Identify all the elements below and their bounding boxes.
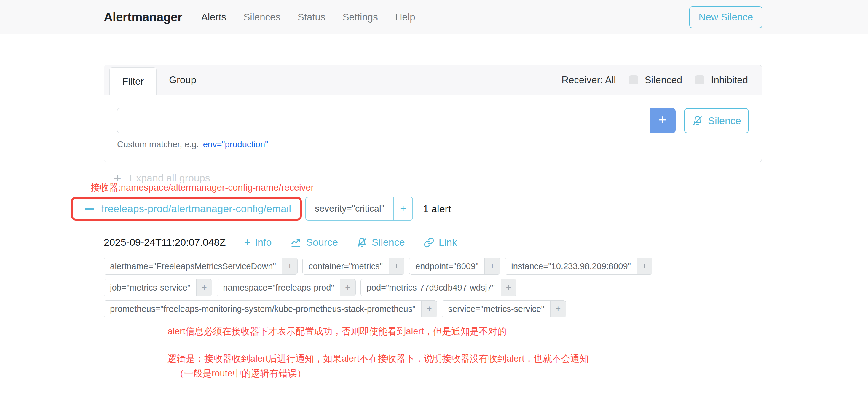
label-text: alertname="FreeleapsMetricsServiceDown"	[104, 258, 282, 275]
add-label-filter-button[interactable]: +	[421, 301, 437, 317]
add-label-filter-button[interactable]: +	[282, 258, 297, 275]
add-label-filter-button[interactable]: +	[550, 301, 566, 317]
alert-label-chip: job="metrics-service" +	[104, 279, 212, 296]
silence-filter-button[interactable]: Silence	[684, 108, 748, 133]
new-silence-button[interactable]: New Silence	[689, 6, 763, 28]
alert-label-chip: pod="metrics-77d9cdb497-wdsj7" +	[361, 279, 517, 296]
plus-icon: +	[244, 236, 250, 249]
group-matcher-chip: severity="critical" +	[305, 197, 413, 220]
silence-label: Silence	[372, 237, 405, 248]
matcher-input[interactable]	[117, 108, 650, 133]
filter-panel-body: + Silence Custom matcher, e.g. env="prod…	[104, 95, 762, 162]
silenced-label: Silenced	[645, 74, 682, 86]
tab-group[interactable]: Group	[157, 65, 209, 95]
alert-label-chip: endpoint="8009" +	[409, 257, 500, 275]
receiver-group-link[interactable]: freeleaps-prod/alertmanager-config/email	[101, 203, 291, 215]
plus-icon: +	[114, 174, 121, 183]
label-text: prometheus="freeleaps-monitoring-system/…	[104, 301, 421, 317]
inhibited-toggle[interactable]: Inhibited	[695, 74, 748, 86]
label-text: service="metrics-service"	[442, 301, 550, 317]
add-label-filter-button[interactable]: +	[485, 258, 500, 275]
filter-panel: Filter Group Receiver: All Silenced Inhi…	[104, 65, 762, 162]
label-text: instance="10.233.98.209:8009"	[505, 258, 637, 275]
alert-info-link[interactable]: + Info	[244, 236, 272, 249]
bell-slash-icon	[356, 237, 368, 248]
alert-label-chip: alertname="FreeleapsMetricsServiceDown" …	[104, 257, 298, 275]
alert-timestamp: 2025-09-24T11:20:07.048Z	[104, 237, 226, 248]
bell-slash-icon	[692, 115, 703, 126]
receiver-filter[interactable]: Receiver: All	[561, 74, 616, 86]
app-brand[interactable]: Alertmanager	[104, 10, 182, 24]
label-text: pod="metrics-77d9cdb497-wdsj7"	[361, 279, 501, 296]
annotation-receiver-note: 接收器:namespace/altermanager-config-name/r…	[91, 181, 868, 194]
alert-labels: alertname="FreeleapsMetricsServiceDown" …	[104, 257, 667, 317]
add-group-matcher-button[interactable]: +	[393, 197, 412, 220]
alert-item: 2025-09-24T11:20:07.048Z + Info Source	[104, 236, 868, 380]
alert-meta-row: 2025-09-24T11:20:07.048Z + Info Source	[104, 236, 868, 249]
inhibited-checkbox[interactable]	[695, 75, 704, 85]
collapse-minus-icon	[85, 208, 94, 210]
hint-text: Custom matcher, e.g.	[117, 140, 199, 149]
alert-label-chip: namespace="freeleaps-prod" +	[217, 279, 355, 296]
annotation-note-2: 逻辑是：接收器收到alert后进行通知，如果alert不在接收器下，说明接收器没…	[167, 352, 868, 365]
nav-item-help[interactable]: Help	[395, 11, 415, 23]
add-label-filter-button[interactable]: +	[637, 258, 652, 275]
matcher-row: + Silence	[117, 108, 748, 133]
alert-source-link[interactable]: Source	[290, 237, 338, 248]
annotation-note-1: alert信息必须在接收器下才表示配置成功，否则即使能看到alert，但是通知是…	[167, 325, 868, 338]
annotation-highlight-box: freeleaps-prod/alertmanager-config/email	[71, 197, 302, 220]
matcher-hint: Custom matcher, e.g. env="production"	[117, 140, 748, 149]
link-label: Link	[439, 237, 457, 248]
info-label: Info	[255, 237, 272, 248]
alert-count: 1 alert	[423, 203, 451, 215]
top-navbar: Alertmanager Alerts Silences Status Sett…	[0, 0, 868, 34]
add-label-filter-button[interactable]: +	[501, 279, 516, 296]
filter-panel-header: Filter Group Receiver: All Silenced Inhi…	[104, 65, 762, 95]
nav-item-settings[interactable]: Settings	[342, 11, 378, 23]
silence-filter-label: Silence	[708, 115, 741, 127]
add-label-filter-button[interactable]: +	[196, 279, 212, 296]
tab-filter[interactable]: Filter	[110, 67, 157, 95]
label-text: namespace="freeleaps-prod"	[217, 279, 340, 296]
annotation-note-3: （一般是route中的逻辑有错误）	[175, 367, 868, 380]
label-text: endpoint="8009"	[409, 258, 485, 275]
alert-group-row: freeleaps-prod/alertmanager-config/email…	[71, 197, 868, 220]
alert-label-chip: container="metrics" +	[302, 257, 404, 275]
add-label-filter-button[interactable]: +	[389, 258, 404, 275]
alert-silence-link[interactable]: Silence	[356, 237, 405, 248]
nav-links: Alerts Silences Status Settings Help	[201, 11, 415, 23]
alert-label-chip: prometheus="freeleaps-monitoring-system/…	[104, 300, 437, 317]
hint-example-link[interactable]: env="production"	[203, 140, 268, 149]
group-matcher-text: severity="critical"	[306, 197, 393, 220]
add-label-filter-button[interactable]: +	[340, 279, 355, 296]
nav-item-status[interactable]: Status	[298, 11, 326, 23]
chain-link-icon	[423, 237, 435, 248]
chart-line-icon	[290, 237, 302, 248]
nav-item-silences[interactable]: Silences	[243, 11, 280, 23]
nav-item-alerts[interactable]: Alerts	[201, 11, 226, 23]
label-text: job="metrics-service"	[104, 279, 196, 296]
alert-label-chip: service="metrics-service" +	[442, 300, 566, 317]
silenced-toggle[interactable]: Silenced	[629, 74, 682, 86]
filter-options: Receiver: All Silenced Inhibited	[561, 74, 748, 86]
alert-link-link[interactable]: Link	[423, 237, 457, 248]
silenced-checkbox[interactable]	[629, 75, 638, 85]
inhibited-label: Inhibited	[711, 74, 748, 86]
source-label: Source	[306, 237, 338, 248]
add-matcher-button[interactable]: +	[650, 108, 676, 133]
alert-label-chip: instance="10.233.98.209:8009" +	[505, 257, 652, 275]
label-text: container="metrics"	[303, 258, 389, 275]
